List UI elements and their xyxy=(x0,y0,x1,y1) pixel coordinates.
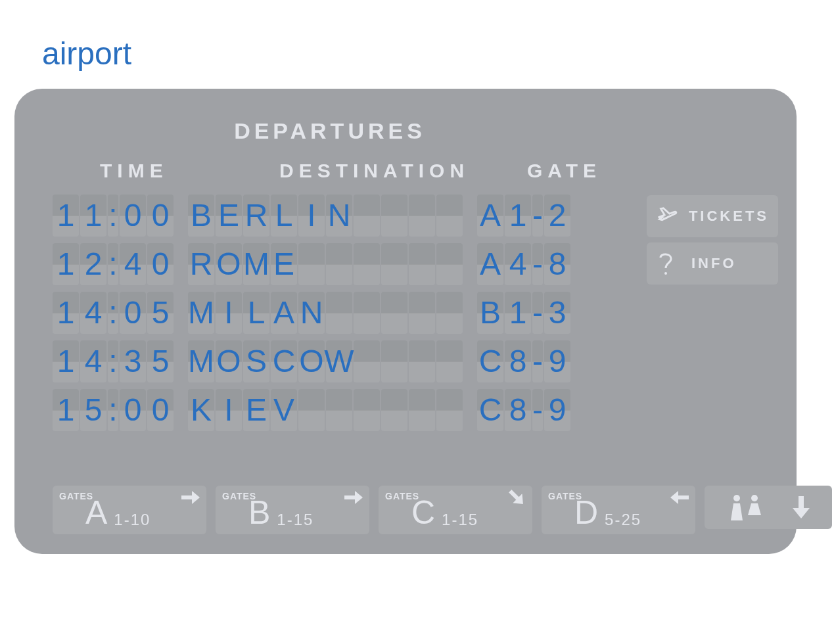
flip-tile: 4 xyxy=(80,292,106,334)
flip-tile: - xyxy=(532,389,543,431)
flip-tile: S xyxy=(243,340,269,382)
side-buttons: TICKETS INFO xyxy=(647,195,778,285)
flip-tile xyxy=(354,340,380,382)
gate-range: 5-25 xyxy=(605,511,641,529)
flip-tile: I xyxy=(216,389,242,431)
flip-tile: : xyxy=(108,243,118,285)
flip-tile: 9 xyxy=(544,340,570,382)
flip-tile: 1 xyxy=(505,292,531,334)
info-button[interactable]: INFO xyxy=(647,242,778,285)
board-title: DEPARTURES xyxy=(14,118,645,144)
flip-tile: 4 xyxy=(120,243,146,285)
flip-tile: I xyxy=(298,195,325,237)
flip-tile xyxy=(381,292,407,334)
flip-tile xyxy=(436,195,463,237)
flip-tile xyxy=(436,389,463,431)
gates-prefix: GATES xyxy=(222,491,256,501)
info-label: INFO xyxy=(691,255,737,272)
flip-tile: O xyxy=(216,243,242,285)
flip-tile: 1 xyxy=(80,195,106,237)
flip-tile xyxy=(409,389,435,431)
arrow-icon xyxy=(344,491,363,504)
gate-sign-d[interactable]: GATESD5-25 xyxy=(542,486,695,534)
flip-tile xyxy=(326,243,352,285)
flip-tile: K xyxy=(188,389,214,431)
flip-tile xyxy=(436,243,463,285)
gate-range: 1-10 xyxy=(114,511,151,529)
flip-tile: - xyxy=(532,340,543,382)
flip-tile: C xyxy=(477,340,503,382)
gates-prefix: GATES xyxy=(548,491,582,501)
svg-point-2 xyxy=(751,495,758,501)
flight-rows: 11:00BERLINA1-212:40ROMEA4-814:05MILANB1… xyxy=(53,194,585,437)
plane-icon xyxy=(656,204,678,228)
flip-tile: C xyxy=(477,389,503,431)
flip-tile: B xyxy=(477,292,503,334)
flight-row: 14:05MILANB1-3 xyxy=(53,291,585,334)
flip-tile xyxy=(409,292,435,334)
flip-tile: A xyxy=(477,195,503,237)
flip-tile: : xyxy=(108,340,118,382)
flip-tile xyxy=(409,340,435,382)
arrow-icon xyxy=(505,486,528,509)
flip-tile: 0 xyxy=(120,389,146,431)
flip-tile: O xyxy=(216,340,242,382)
flip-tile xyxy=(409,243,435,285)
restroom-sign[interactable] xyxy=(705,486,832,529)
flip-tile: 4 xyxy=(505,243,531,285)
flip-tile: 9 xyxy=(544,389,570,431)
flip-tile xyxy=(354,195,380,237)
tickets-button[interactable]: TICKETS xyxy=(647,195,778,237)
gate-sign-b[interactable]: GATESB1-15 xyxy=(216,486,369,534)
flip-tile: 3 xyxy=(120,340,146,382)
flip-tile xyxy=(354,389,380,431)
flip-tile: W xyxy=(326,340,352,382)
flip-tile: R xyxy=(243,195,269,237)
svg-point-0 xyxy=(664,272,667,275)
flip-tile: N xyxy=(298,292,325,334)
flip-tile xyxy=(298,243,325,285)
flip-tile: 8 xyxy=(505,389,531,431)
flip-tile: 4 xyxy=(80,340,106,382)
bottom-bar: GATESA1-10GATESB1-15GATESC1-15GATESD5-25 xyxy=(53,486,778,534)
flip-tile: : xyxy=(108,292,118,334)
gate-sign-a[interactable]: GATESA1-10 xyxy=(53,486,206,534)
flip-tile: M xyxy=(188,340,214,382)
flip-tile: A xyxy=(477,243,503,285)
gates-prefix: GATES xyxy=(385,491,419,501)
flight-row: 14:35MOSCOWC8-9 xyxy=(53,340,585,383)
flip-tile: 0 xyxy=(147,195,174,237)
flight-row: 11:00BERLINA1-2 xyxy=(53,194,585,237)
flip-tile: 1 xyxy=(53,292,79,334)
page-title: airport xyxy=(42,35,131,72)
flip-tile: 1 xyxy=(53,195,79,237)
flip-tile: 1 xyxy=(53,340,79,382)
flip-tile xyxy=(381,195,407,237)
flip-tile: 5 xyxy=(147,340,174,382)
flip-tile: 0 xyxy=(120,292,146,334)
flight-row: 12:40ROMEA4-8 xyxy=(53,242,585,286)
flip-tile: V xyxy=(271,389,297,431)
flip-tile: A xyxy=(271,292,297,334)
flip-tile: L xyxy=(271,195,297,237)
flip-tile xyxy=(436,292,463,334)
flip-tile: 1 xyxy=(53,389,79,431)
flip-tile xyxy=(326,389,352,431)
flip-tile: M xyxy=(188,292,214,334)
departures-board: DEPARTURES TIME DESTINATION GATE 11:00BE… xyxy=(14,89,797,554)
flip-tile: - xyxy=(532,195,543,237)
tickets-label: TICKETS xyxy=(689,208,769,225)
flip-tile xyxy=(354,292,380,334)
flip-tile xyxy=(436,340,463,382)
flip-tile: B xyxy=(188,195,214,237)
flip-tile: 0 xyxy=(147,243,174,285)
flip-tile: N xyxy=(326,195,352,237)
header-time: TIME xyxy=(100,160,168,182)
restroom-icon xyxy=(727,494,766,520)
flip-tile xyxy=(326,292,352,334)
gate-range: 1-15 xyxy=(277,511,313,529)
gate-sign-c[interactable]: GATESC1-15 xyxy=(379,486,532,534)
flip-tile: 0 xyxy=(147,389,174,431)
flip-tile: 8 xyxy=(505,340,531,382)
flip-tile: E xyxy=(271,243,297,285)
